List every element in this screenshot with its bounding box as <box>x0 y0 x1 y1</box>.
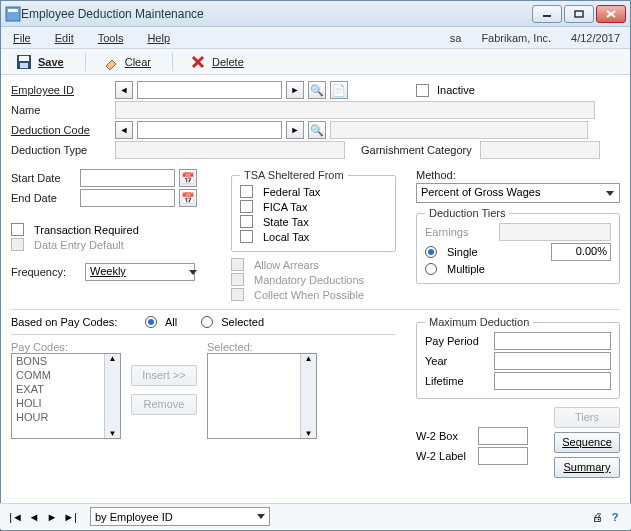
state-tax-checkbox[interactable] <box>240 215 253 228</box>
single-value[interactable]: 0.00% <box>551 243 611 261</box>
data-entry-default-label: Data Entry Default <box>34 239 124 251</box>
single-label: Single <box>447 246 547 258</box>
state-tax-label: State Tax <box>263 216 309 228</box>
employee-id-input[interactable] <box>137 81 282 99</box>
garnishment-category-field <box>480 141 600 159</box>
deduction-code-next-button[interactable]: ► <box>286 121 304 139</box>
deduction-code-prev-button[interactable]: ◄ <box>115 121 133 139</box>
menu-help[interactable]: Help <box>135 29 182 47</box>
transaction-required-checkbox[interactable] <box>11 223 24 236</box>
scrollbar[interactable]: ▲ ▼ <box>104 354 120 438</box>
deduction-type-label: Deduction Type <box>11 144 111 156</box>
deduction-type-field <box>115 141 345 159</box>
w2-label-input[interactable] <box>478 447 528 465</box>
nav-next-button[interactable]: ► <box>44 509 60 525</box>
print-button[interactable]: 🖨 <box>589 509 605 525</box>
start-date-input[interactable] <box>80 169 175 187</box>
nav-first-button[interactable]: |◄ <box>8 509 24 525</box>
w2-label-label: W-2 Label <box>416 450 474 462</box>
end-date-input[interactable] <box>80 189 175 207</box>
footer-bar: |◄ ◄ ► ►| by Employee ID 🖨 ? <box>0 503 631 529</box>
delete-label: Delete <box>212 56 248 68</box>
deduction-code-desc <box>330 121 588 139</box>
tsa-legend: TSA Sheltered From <box>240 169 348 181</box>
chevron-down-icon <box>606 191 614 196</box>
menu-edit[interactable]: Edit <box>43 29 86 47</box>
close-button[interactable] <box>596 5 626 23</box>
year-input[interactable] <box>494 352 611 370</box>
start-date-calendar-button[interactable]: 📅 <box>179 169 197 187</box>
based-selected-radio[interactable] <box>201 316 213 328</box>
allow-arrears-checkbox <box>231 258 244 271</box>
tiers-button: Tiers <box>554 407 620 428</box>
print-icon: 🖨 <box>592 511 603 523</box>
svg-rect-8 <box>20 63 28 68</box>
collect-when-possible-checkbox <box>231 288 244 301</box>
chevron-down-icon <box>257 514 265 519</box>
svg-rect-3 <box>575 11 583 17</box>
summary-button[interactable]: Summary <box>554 457 620 478</box>
end-date-calendar-button[interactable]: 📅 <box>179 189 197 207</box>
fica-tax-checkbox[interactable] <box>240 200 253 213</box>
local-tax-label: Local Tax <box>263 231 309 243</box>
employee-id-lookup-button[interactable]: 🔍 <box>308 81 326 99</box>
based-all-radio[interactable] <box>145 316 157 328</box>
calendar-icon: 📅 <box>181 192 195 205</box>
toolbar: Save Clear Delete <box>1 49 630 75</box>
paycodes-listbox[interactable]: BONS COMM EXAT HOLI HOUR ▲ ▼ <box>11 353 121 439</box>
collect-when-possible-label: Collect When Possible <box>254 289 364 301</box>
max-deduction-legend: Maximum Deduction <box>425 316 533 328</box>
menu-file[interactable]: File <box>1 29 43 47</box>
calendar-icon: 📅 <box>181 172 195 185</box>
save-icon <box>16 54 32 70</box>
pay-period-input[interactable] <box>494 332 611 350</box>
deduction-code-lookup-button[interactable]: 🔍 <box>308 121 326 139</box>
frequency-dropdown[interactable]: Weekly <box>85 263 195 281</box>
tsa-sheltered-fieldset: TSA Sheltered From Federal Tax FICA Tax … <box>231 169 396 252</box>
earnings-label: Earnings <box>425 226 495 238</box>
method-dropdown[interactable]: Percent of Gross Wages <box>416 183 620 203</box>
delete-button[interactable]: Delete <box>181 50 257 74</box>
window-title: Employee Deduction Maintenance <box>21 7 530 21</box>
nav-prev-button[interactable]: ◄ <box>26 509 42 525</box>
selected-label: Selected: <box>207 341 317 353</box>
remove-button: Remove <box>131 394 197 415</box>
eraser-icon <box>103 54 119 70</box>
sequence-button[interactable]: Sequence <box>554 432 620 453</box>
inactive-checkbox[interactable] <box>416 84 429 97</box>
lifetime-label: Lifetime <box>425 375 490 387</box>
search-icon: 🔍 <box>310 124 324 137</box>
save-button[interactable]: Save <box>7 50 77 74</box>
end-date-label: End Date <box>11 192 76 204</box>
mandatory-deductions-label: Mandatory Deductions <box>254 274 364 286</box>
sort-dropdown[interactable]: by Employee ID <box>90 507 270 526</box>
minimize-button[interactable] <box>532 5 562 23</box>
employee-id-next-button[interactable]: ► <box>286 81 304 99</box>
clear-button[interactable]: Clear <box>94 50 164 74</box>
selected-listbox[interactable]: ▲ ▼ <box>207 353 317 439</box>
multiple-radio[interactable] <box>425 263 437 275</box>
maximize-button[interactable] <box>564 5 594 23</box>
single-radio[interactable] <box>425 246 437 258</box>
lifetime-input[interactable] <box>494 372 611 390</box>
sort-label: by Employee ID <box>95 511 173 523</box>
pay-period-label: Pay Period <box>425 335 490 347</box>
help-button[interactable]: ? <box>607 509 623 525</box>
deduction-code-input[interactable] <box>137 121 282 139</box>
method-label: Method: <box>416 169 620 181</box>
w2-box-input[interactable] <box>478 427 528 445</box>
insert-button: Insert >> <box>131 365 197 386</box>
employee-id-prev-button[interactable]: ◄ <box>115 81 133 99</box>
delete-icon <box>190 54 206 70</box>
app-icon <box>5 6 21 22</box>
local-tax-checkbox[interactable] <box>240 230 253 243</box>
based-selected-label: Selected <box>221 316 264 328</box>
w2-box-label: W-2 Box <box>416 430 474 442</box>
federal-tax-checkbox[interactable] <box>240 185 253 198</box>
data-entry-default-checkbox <box>11 238 24 251</box>
scrollbar[interactable]: ▲ ▼ <box>300 354 316 438</box>
clear-label: Clear <box>125 56 155 68</box>
menu-tools[interactable]: Tools <box>86 29 136 47</box>
nav-last-button[interactable]: ►| <box>62 509 78 525</box>
employee-id-link-button[interactable]: 📄 <box>330 81 348 99</box>
